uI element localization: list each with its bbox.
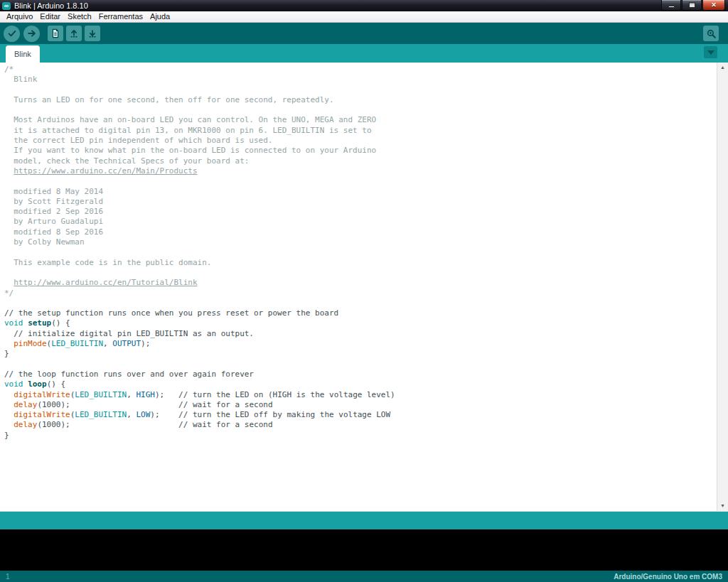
arduino-logo-icon: ∞	[2, 2, 11, 10]
code-line: the correct LED pin independent of which…	[4, 136, 717, 146]
menu-ajuda[interactable]: Ajuda	[146, 11, 173, 22]
minimize-button[interactable]	[661, 0, 681, 11]
arrow-right-circle-icon	[27, 28, 37, 38]
close-icon: ✕	[711, 1, 717, 10]
check-circle-icon	[7, 28, 17, 38]
code-line	[4, 247, 717, 257]
code-line	[4, 360, 717, 370]
code-line: by Scott Fitzgerald	[4, 197, 717, 207]
toolbar	[0, 23, 728, 44]
tab-blink[interactable]: Blink	[6, 45, 40, 63]
board-port-info: Arduino/Genuino Uno em COM3	[614, 573, 722, 581]
code-line: digitalWrite(LED_BUILTIN, HIGH); // turn…	[4, 390, 717, 400]
code-line	[4, 298, 717, 308]
code-line: it is attached to digital pin 13, on MKR…	[4, 126, 717, 136]
code-line: by Colby Newman	[4, 237, 717, 247]
magnifier-icon	[706, 28, 717, 39]
editor-scrollbar[interactable]: ▲ ▼	[717, 63, 728, 511]
code-line: modified 8 Sep 2016	[4, 227, 717, 237]
code-area[interactable]: /* Blink Turns an LED on for one second,…	[0, 63, 717, 511]
code-line: Most Arduinos have an on-board LED you c…	[4, 115, 717, 125]
console-output	[0, 529, 728, 571]
code-line: model, check the Technical Specs of your…	[4, 156, 717, 166]
menu-sketch[interactable]: Sketch	[64, 11, 95, 22]
code-line: void setup() {	[4, 318, 717, 328]
code-line	[4, 268, 717, 278]
code-editor: /* Blink Turns an LED on for one second,…	[0, 63, 728, 511]
current-line-number: 1	[6, 573, 10, 581]
save-sketch-button[interactable]	[85, 26, 100, 41]
maximize-icon	[689, 2, 695, 8]
code-line	[4, 176, 717, 186]
menu-ferramentas[interactable]: Ferramentas	[95, 11, 146, 22]
minimize-icon	[668, 6, 675, 8]
maximize-button[interactable]	[682, 0, 702, 11]
code-line: http://www.arduino.cc/en/Tutorial/Blink	[4, 278, 717, 288]
new-sketch-button[interactable]	[48, 26, 63, 41]
code-line: }	[4, 349, 717, 359]
code-line: /*	[4, 65, 717, 75]
code-line: // initialize digital pin LED_BUILTIN as…	[4, 329, 717, 339]
code-line: pinMode(LED_BUILTIN, OUTPUT);	[4, 339, 717, 349]
tab-menu-button[interactable]	[704, 46, 717, 58]
scroll-down-arrow-icon[interactable]: ▼	[720, 501, 725, 511]
close-button[interactable]: ✕	[702, 0, 725, 11]
code-line: // the setup function runs once when you…	[4, 308, 717, 318]
menu-arquivo[interactable]: Arquivo	[3, 11, 36, 22]
code-line	[4, 85, 717, 95]
scroll-up-arrow-icon[interactable]: ▲	[720, 63, 725, 72]
verify-button[interactable]	[4, 26, 20, 42]
tab-label: Blink	[14, 50, 31, 58]
code-line: If you want to know what pin the on-boar…	[4, 146, 717, 156]
code-line: This example code is in the public domai…	[4, 258, 717, 268]
upload-button[interactable]	[23, 26, 40, 42]
menu-editar[interactable]: Editar	[36, 11, 64, 22]
code-line: delay(1000); // wait for a second	[4, 400, 717, 410]
tab-bar: Blink	[0, 44, 728, 63]
arrow-down-tray-icon	[87, 28, 97, 38]
code-line: by Arturo Guadalupi	[4, 217, 717, 227]
code-line: Turns an LED on for one second, then off…	[4, 95, 717, 105]
title-bar: ∞ Blink | Arduino 1.8.10 ✕	[0, 0, 728, 11]
code-line: }	[4, 431, 717, 441]
window-title: Blink | Arduino 1.8.10	[14, 0, 88, 11]
code-line: digitalWrite(LED_BUILTIN, LOW); // turn …	[4, 410, 717, 420]
code-line: modified 8 May 2014	[4, 187, 717, 197]
document-icon	[50, 28, 60, 38]
line-status-bar: 1 Arduino/Genuino Uno em COM3	[0, 571, 728, 582]
code-line	[4, 105, 717, 115]
code-line: Blink	[4, 75, 717, 85]
arduino-ide-window: ∞ Blink | Arduino 1.8.10 ✕ Arquivo Edita…	[0, 0, 728, 582]
code-line: modified 2 Sep 2016	[4, 207, 717, 217]
window-controls: ✕	[660, 0, 725, 11]
menu-bar: Arquivo Editar Sketch Ferramentas Ajuda	[0, 11, 728, 23]
serial-monitor-button[interactable]	[703, 26, 719, 41]
code-line: */	[4, 289, 717, 298]
status-strip	[0, 511, 728, 529]
code-line: delay(1000); // wait for a second	[4, 420, 717, 430]
arrow-up-tray-icon	[69, 28, 79, 38]
open-sketch-button[interactable]	[66, 26, 82, 41]
code-line: https://www.arduino.cc/en/Main/Products	[4, 166, 717, 176]
code-line: // the loop function runs over and over …	[4, 370, 717, 379]
chevron-down-icon	[707, 50, 714, 55]
code-line: void loop() {	[4, 379, 717, 389]
